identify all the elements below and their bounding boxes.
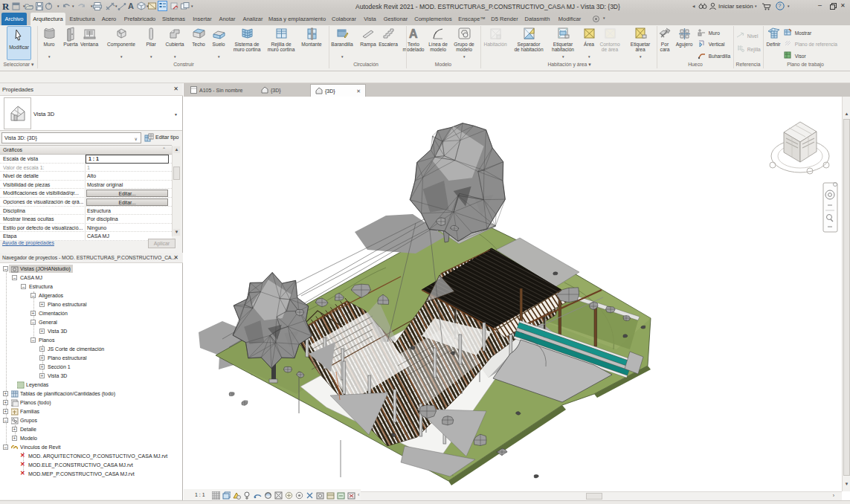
svg-text:A: A xyxy=(128,1,134,10)
svg-text:R: R xyxy=(2,1,10,11)
svg-text:A: A xyxy=(409,28,418,40)
